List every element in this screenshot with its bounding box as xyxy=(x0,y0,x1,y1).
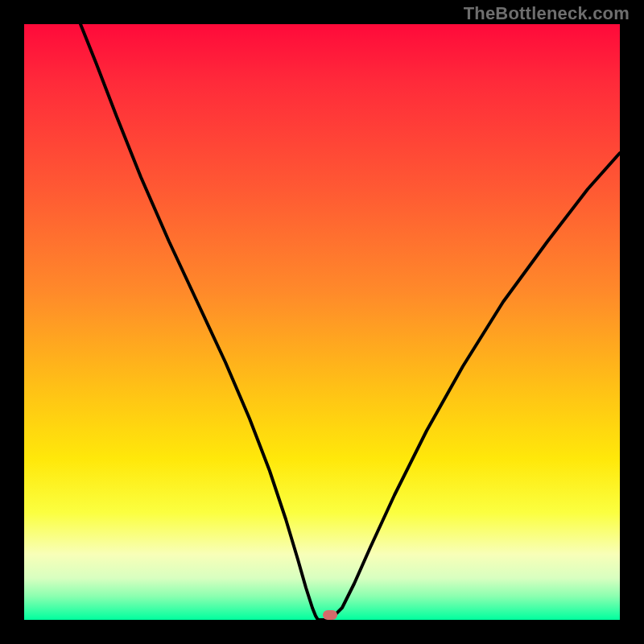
watermark-text: TheBottleneck.com xyxy=(464,3,630,24)
chart-frame: TheBottleneck.com xyxy=(0,0,644,644)
curve-path xyxy=(80,24,620,620)
bottleneck-curve xyxy=(24,24,620,620)
min-marker xyxy=(323,610,337,620)
plot-area xyxy=(24,24,620,620)
